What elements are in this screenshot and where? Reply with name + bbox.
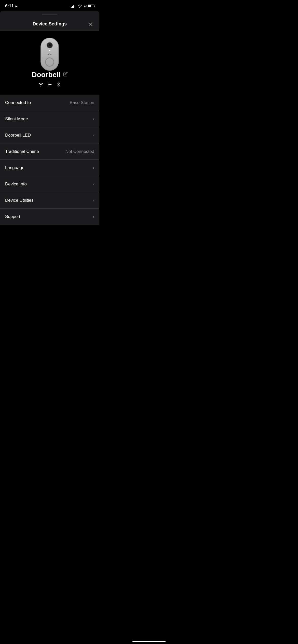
chevron-icon-silent-mode: › [93,116,94,122]
settings-list: Connected to Base Station Silent Mode › … [0,95,99,225]
doorbell-camera [47,42,53,48]
header-title: Device Settings [33,21,67,27]
doorbell-ring-button [45,57,54,67]
wifi-icon [77,4,82,8]
close-button[interactable]: ✕ [87,20,94,28]
settings-label-silent-mode: Silent Mode [5,116,28,122]
chevron-icon-device-utilities: › [93,198,94,203]
settings-label-doorbell-led: Doorbell LED [5,133,31,138]
bluetooth-disabled-icon [56,82,61,87]
settings-label-traditional-chime: Traditional Chime [5,149,39,154]
modal-header: Device Settings ✕ [0,18,99,31]
settings-item-device-info[interactable]: Device Info › [0,176,99,192]
settings-label-support: Support [5,214,20,219]
chevron-icon-support: › [93,214,94,219]
time-display: 6:11 [5,4,14,9]
battery-icon: 47 [84,5,94,8]
status-time: 6:11 ► [5,4,18,9]
settings-label-device-utilities: Device Utilities [5,198,33,203]
settings-item-silent-mode[interactable]: Silent Mode › [0,111,99,127]
wifi-status-icon [38,82,44,86]
chevron-icon-language: › [93,165,94,170]
device-name-label: Doorbell [32,71,61,79]
settings-label-language: Language [5,165,24,170]
bottom-spacer [0,225,99,240]
settings-value-traditional-chime: Not Connected [65,149,94,154]
chevron-icon-device-info: › [93,182,94,187]
settings-label-device-info: Device Info [5,182,27,187]
doorbell-led-dot [49,50,50,51]
sheet-handle [42,14,57,15]
settings-item-connected-to: Connected to Base Station [0,95,99,111]
connection-status-icon [47,82,53,86]
settings-item-device-utilities[interactable]: Device Utilities › [0,192,99,209]
settings-item-language[interactable]: Language › [0,160,99,176]
status-bar: 6:11 ► 47 [0,0,99,11]
settings-item-traditional-chime: Traditional Chime Not Connected [0,143,99,160]
settings-item-doorbell-led[interactable]: Doorbell LED › [0,127,99,143]
signal-icon [71,4,75,8]
chevron-icon-doorbell-led: › [93,133,94,138]
location-arrow-icon: ► [15,4,18,8]
device-hero-section: arlo Doorbell [0,31,99,95]
doorbell-image: arlo [40,38,59,71]
doorbell-brand-label: arlo [48,53,52,55]
settings-label-connected-to: Connected to [5,100,31,105]
settings-value-connected-to: Base Station [70,100,94,105]
battery-percentage: 47 [84,5,87,8]
close-icon: ✕ [88,21,93,27]
settings-item-support[interactable]: Support › [0,209,99,225]
device-status-icons [38,82,61,87]
edit-name-icon[interactable] [63,72,68,78]
status-right-icons: 47 [71,4,94,8]
device-name-row: Doorbell [32,71,68,79]
sheet-handle-area [0,11,99,18]
